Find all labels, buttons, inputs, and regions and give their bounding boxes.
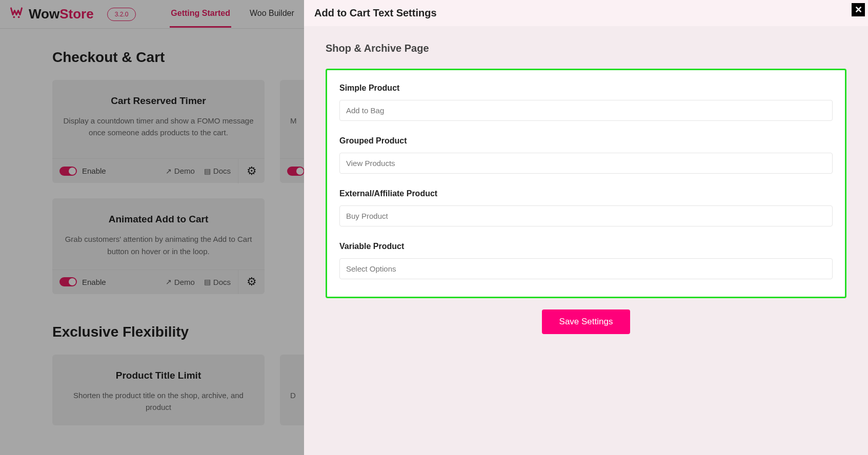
panel-section-title: Shop & Archive Page — [326, 43, 846, 54]
simple-product-input[interactable] — [339, 100, 833, 121]
panel-title: Add to Cart Text Settings — [314, 7, 858, 19]
variable-product-input[interactable] — [339, 258, 833, 279]
field-variable-product: Variable Product — [339, 242, 833, 279]
external-product-input[interactable] — [339, 205, 833, 226]
field-simple-product: Simple Product — [339, 84, 833, 121]
field-label: Grouped Product — [339, 136, 833, 146]
field-label: Simple Product — [339, 84, 833, 93]
field-external-product: External/Affiliate Product — [339, 189, 833, 226]
grouped-product-input[interactable] — [339, 153, 833, 174]
settings-panel: Add to Cart Text Settings ✕ Shop & Archi… — [304, 0, 868, 455]
field-label: External/Affiliate Product — [339, 189, 833, 198]
panel-body: Shop & Archive Page Simple Product Group… — [304, 26, 868, 455]
field-label: Variable Product — [339, 242, 833, 251]
panel-header: Add to Cart Text Settings — [304, 0, 868, 26]
highlight-box: Simple Product Grouped Product External/… — [326, 69, 846, 298]
close-button[interactable]: ✕ — [852, 3, 865, 16]
save-settings-button[interactable]: Save Settings — [542, 309, 631, 334]
close-icon: ✕ — [855, 4, 862, 15]
field-grouped-product: Grouped Product — [339, 136, 833, 174]
panel-footer: Save Settings — [326, 298, 846, 348]
